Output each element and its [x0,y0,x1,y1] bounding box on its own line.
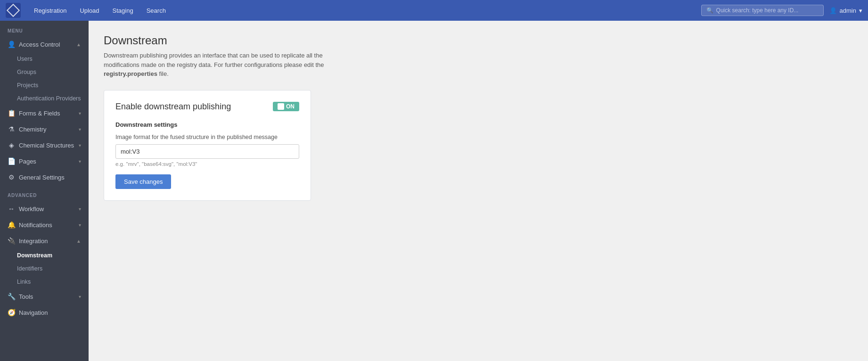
sidebar-item-navigation[interactable]: 🧭 Navigation [0,304,89,320]
workflow-icon: ↔ [8,205,15,213]
card-header: Enable downstream publishing ON [115,102,299,112]
chevron-up-icon: ▲ [76,42,81,47]
sidebar-item-pages[interactable]: 📄 Pages ▾ [0,153,89,169]
chevron-down-icon: ▾ [79,127,81,132]
chevron-down-icon: ▾ [859,7,862,14]
chevron-down-icon: ▾ [79,111,81,116]
registry-properties-link: registry.properties [104,70,157,77]
app-logo[interactable] [6,3,21,18]
search-icon: 🔍 [706,7,713,14]
field-hint: e.g. "mrv", "base64:svg", "mol:V3" [115,161,299,167]
image-format-input[interactable] [115,144,299,159]
user-icon: 👤 [8,41,15,48]
chevron-down-icon: ▾ [79,143,81,148]
sidebar-label-chemistry: Chemistry [19,126,47,133]
page-description-text1: Downstream publishing provides an interf… [104,52,324,68]
sidebar-item-chemistry[interactable]: ⚗ Chemistry ▾ [0,121,89,137]
tools-icon: 🔧 [8,293,15,300]
chevron-down-icon: ▾ [79,206,81,212]
search-box[interactable]: 🔍 [701,5,824,16]
sidebar-label-pages: Pages [19,158,36,165]
sidebar: MENU 👤 Access Control ▲ Users Groups Pro… [0,21,89,361]
sidebar-item-tools[interactable]: 🔧 Tools ▾ [0,288,89,304]
save-changes-button[interactable]: Save changes [115,174,171,189]
chevron-up-icon: ▲ [76,238,81,244]
page-title: Downstream [104,34,853,47]
sidebar-item-access-control[interactable]: 👤 Access Control ▲ [0,36,89,52]
chemical-structures-icon: ◈ [8,141,15,149]
integration-icon: 🔌 [8,237,15,245]
sidebar-item-identifiers[interactable]: Identifiers [0,262,89,275]
sidebar-label-tools: Tools [19,293,33,300]
sidebar-item-chemical-structures[interactable]: ◈ Chemical Structures ▾ [0,137,89,153]
sidebar-label-chemical-structures: Chemical Structures [19,142,74,149]
navigation-icon: 🧭 [8,309,15,316]
advanced-section-label: ADVANCED [0,185,89,201]
notifications-icon: 🔔 [8,221,15,229]
sidebar-label-notifications: Notifications [19,222,52,229]
top-navigation: Registration Upload Staging Search 🔍 👤 a… [0,0,868,21]
toggle-on-button[interactable]: ON [273,102,299,111]
nav-search[interactable]: Search [141,3,172,18]
pages-icon: 📄 [8,157,15,165]
user-menu[interactable]: 👤 admin ▾ [829,7,862,14]
sidebar-label-workflow: Workflow [19,205,44,213]
user-icon: 👤 [829,7,837,14]
toggle-on-label: ON [286,103,295,110]
downstream-card: Enable downstream publishing ON Downstre… [104,90,311,201]
sidebar-item-workflow[interactable]: ↔ Workflow ▾ [0,201,89,217]
forms-icon: 📋 [8,109,15,117]
logo-shape [7,4,20,17]
settings-icon: ⚙ [8,173,15,181]
settings-section-label: Downstream settings [115,121,299,128]
sidebar-item-general-settings[interactable]: ⚙ General Settings [0,169,89,185]
nav-staging[interactable]: Staging [107,3,139,18]
sidebar-label-forms-fields: Forms & Fields [19,110,60,117]
sidebar-item-forms-fields[interactable]: 📋 Forms & Fields ▾ [0,105,89,121]
chevron-down-icon: ▾ [79,222,81,228]
search-input[interactable] [716,7,819,14]
sidebar-item-users[interactable]: Users [0,52,89,66]
sidebar-item-links[interactable]: Links [0,275,89,288]
sidebar-label-general-settings: General Settings [19,174,65,181]
menu-section-label: MENU [0,21,89,36]
nav-registration[interactable]: Registration [28,3,72,18]
sidebar-item-projects[interactable]: Projects [0,79,89,92]
sidebar-item-authentication-providers[interactable]: Authentication Providers [0,92,89,105]
sidebar-label-navigation: Navigation [19,309,48,316]
chemistry-icon: ⚗ [8,125,15,133]
top-nav-links: Registration Upload Staging Search [28,3,701,18]
top-nav-right: 🔍 👤 admin ▾ [701,5,862,16]
page-description: Downstream publishing provides an interf… [104,51,349,79]
page-description-text2: file. [157,70,169,77]
sidebar-label-integration: Integration [19,238,48,245]
chevron-down-icon: ▾ [79,159,81,164]
card-title: Enable downstream publishing [115,102,231,112]
field-label: Image format for the fused structure in … [115,134,299,140]
user-label: admin [840,7,856,14]
main-content: Downstream Downstream publishing provide… [89,21,868,361]
layout: MENU 👤 Access Control ▲ Users Groups Pro… [0,21,868,361]
sidebar-item-integration[interactable]: 🔌 Integration ▲ [0,233,89,249]
sidebar-item-notifications[interactable]: 🔔 Notifications ▾ [0,217,89,233]
sidebar-item-groups[interactable]: Groups [0,66,89,79]
chevron-down-icon: ▾ [79,294,81,299]
toggle-indicator [278,103,284,110]
sidebar-label-access-control: Access Control [19,41,60,48]
nav-upload[interactable]: Upload [74,3,105,18]
sidebar-item-downstream[interactable]: Downstream [0,249,89,262]
